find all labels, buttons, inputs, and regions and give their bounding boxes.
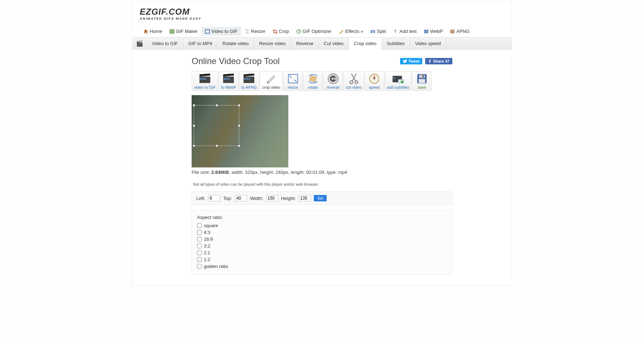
crop-controls: Left: Top: Width: Height: Set — [192, 191, 452, 205]
tool-save[interactable]: save — [412, 71, 432, 91]
svg-point-1 — [170, 30, 172, 31]
sn-rotate-video[interactable]: Rotate video — [217, 38, 254, 49]
nav-webp[interactable]: WebP — [420, 27, 446, 36]
reverse-icon — [326, 73, 340, 84]
resize-icon — [245, 29, 250, 34]
tweet-button[interactable]: Tweet — [400, 58, 422, 64]
compass-icon — [367, 73, 381, 84]
aspect-1-2-checkbox[interactable] — [197, 257, 202, 262]
text-icon: T — [393, 29, 398, 34]
aspect-ratio-box: Aspect ratio: square 4:3 16:9 3:2 2:1 1:… — [192, 210, 452, 274]
svg-rect-15 — [224, 78, 225, 80]
aspect-4-3[interactable]: 4:3 — [197, 229, 447, 236]
svg-rect-5 — [371, 30, 373, 33]
height-label: Height: — [281, 196, 296, 201]
left-input[interactable] — [208, 195, 220, 201]
crop-handle-bl[interactable] — [193, 145, 195, 147]
aspect-16-9-checkbox[interactable] — [197, 237, 202, 241]
webp-icon — [424, 29, 429, 34]
sn-subtitles[interactable]: Subtitles — [382, 38, 410, 49]
crop-selection[interactable] — [194, 105, 239, 146]
crop-handle-ml[interactable] — [193, 124, 195, 127]
tool-reverse[interactable]: reverse — [323, 71, 343, 91]
svg-rect-17 — [228, 78, 230, 80]
rotate-icon — [306, 73, 320, 84]
top-label: Top: — [223, 196, 232, 201]
tool-speed[interactable]: speed — [365, 71, 384, 91]
tool-to-apng[interactable]: to APNG — [239, 71, 259, 91]
svg-rect-3 — [206, 30, 209, 33]
clapperboard-icon: 🎬 — [133, 40, 147, 47]
nav-crop[interactable]: Crop — [269, 27, 293, 36]
nav-gif-maker[interactable]: GIF Maker — [166, 27, 201, 36]
sn-crop-video[interactable]: Crop video — [349, 38, 382, 50]
sn-cut-video[interactable]: Cut video — [319, 38, 349, 49]
sn-video-to-gif[interactable]: Video to GIF — [147, 38, 183, 49]
clapperboard-icon — [242, 73, 256, 84]
tool-resize[interactable]: resize — [283, 71, 303, 91]
crop-handle-tl[interactable] — [193, 104, 195, 107]
sn-resize-video[interactable]: Resize video — [254, 38, 291, 49]
crop-handle-mr[interactable] — [238, 124, 240, 127]
aspect-2-1[interactable]: 2:1 — [197, 249, 447, 256]
aspect-3-2[interactable]: 3:2 — [197, 243, 447, 249]
sn-reverse[interactable]: Reverse — [291, 38, 319, 49]
tool-crop-video[interactable]: crop video — [260, 71, 283, 91]
tool-to-webp[interactable]: to WebP — [218, 71, 239, 91]
set-button[interactable]: Set — [314, 195, 327, 201]
sn-gif-to-mp4[interactable]: GIF to MP4 — [183, 38, 217, 49]
video-preview[interactable] — [192, 95, 288, 167]
crop-handle-bm[interactable] — [216, 145, 218, 147]
tool-rotate[interactable]: rotate — [303, 71, 323, 91]
svg-rect-21 — [249, 78, 250, 80]
share-button[interactable]: Share 37 — [425, 58, 452, 64]
nav-apng[interactable]: APNG — [446, 27, 473, 36]
sub-nav: 🎬 Video to GIF GIF to MP4 Rotate video R… — [133, 37, 511, 50]
aspect-16-9[interactable]: 16:9 — [197, 236, 447, 243]
aspect-1-2[interactable]: 1:2 — [197, 256, 447, 263]
svg-point-29 — [374, 78, 375, 79]
tool-add-subtitles[interactable]: Tadd subtitles — [385, 71, 412, 91]
logo-title[interactable]: EZGIF.COM — [140, 7, 504, 17]
crop-handle-tr[interactable] — [238, 104, 240, 107]
nav-optimizer[interactable]: GIF Optimizer — [293, 27, 335, 36]
aspect-square[interactable]: square — [197, 222, 447, 229]
split-icon — [370, 29, 375, 34]
aspect-title: Aspect ratio: — [197, 215, 447, 220]
tool-cut-video[interactable]: cut video — [343, 71, 364, 91]
crop-handle-br[interactable] — [238, 145, 240, 147]
aspect-2-1-checkbox[interactable] — [197, 250, 202, 255]
svg-rect-36 — [419, 75, 425, 78]
crop-handle-tm[interactable] — [216, 104, 218, 107]
main-nav: Home GIF Maker Video to GIF Resize Crop … — [133, 24, 511, 37]
nav-effects[interactable]: Effects » — [335, 27, 367, 36]
aspect-golden-checkbox[interactable] — [197, 264, 202, 269]
sn-video-speed[interactable]: Video speed — [410, 38, 446, 49]
aspect-3-2-checkbox[interactable] — [197, 244, 202, 248]
home-icon — [143, 29, 148, 34]
resize-icon — [286, 73, 300, 84]
nav-add-text[interactable]: TAdd text — [389, 27, 420, 36]
twitter-icon — [403, 59, 407, 63]
svg-rect-37 — [422, 75, 424, 78]
svg-rect-20 — [246, 78, 248, 80]
image-icon — [169, 29, 174, 34]
apng-icon — [450, 29, 455, 34]
nav-video-to-gif[interactable]: Video to GIF — [201, 27, 241, 36]
svg-rect-12 — [202, 78, 204, 80]
left-label: Left: — [196, 196, 205, 201]
svg-rect-19 — [244, 78, 246, 80]
svg-rect-38 — [419, 79, 425, 83]
nav-home[interactable]: Home — [140, 27, 166, 36]
aspect-4-3-checkbox[interactable] — [197, 230, 202, 235]
aspect-golden[interactable]: golden ratio — [197, 263, 447, 270]
nav-split[interactable]: Split — [367, 27, 389, 36]
height-input[interactable] — [299, 195, 311, 201]
aspect-square-checkbox[interactable] — [197, 223, 202, 228]
tool-video-to-gif[interactable]: video to GIF — [192, 71, 218, 91]
crop-icon — [273, 29, 278, 34]
width-input[interactable] — [266, 195, 278, 201]
top-input[interactable] — [235, 195, 247, 201]
nav-resize[interactable]: Resize — [241, 27, 269, 36]
svg-rect-6 — [373, 30, 375, 33]
